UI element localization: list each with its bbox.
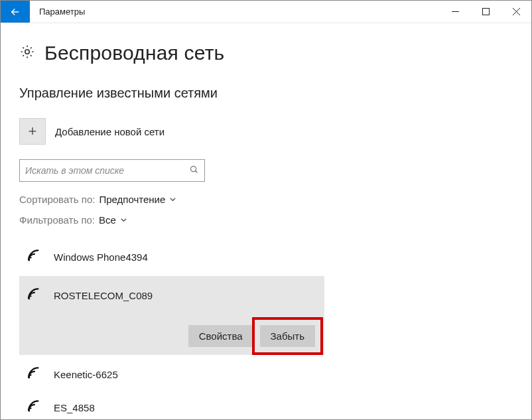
sort-value: Предпочтение xyxy=(99,194,176,205)
filter-row[interactable]: Фильтровать по: Все xyxy=(19,214,513,226)
sort-row[interactable]: Сортировать по: Предпочтение xyxy=(19,194,513,205)
properties-button[interactable]: Свойства xyxy=(188,325,253,347)
sort-value-text: Предпочтение xyxy=(99,194,165,205)
svg-point-10 xyxy=(28,410,30,412)
window-controls xyxy=(440,1,531,23)
add-network-label: Добавление новой сети xyxy=(55,126,165,137)
svg-point-4 xyxy=(25,50,29,54)
network-name: ES_4858 xyxy=(54,402,95,413)
close-button[interactable] xyxy=(501,1,531,23)
svg-point-5 xyxy=(191,166,196,171)
back-button[interactable] xyxy=(1,1,30,23)
network-item[interactable]: ES_4858 xyxy=(19,391,324,420)
svg-line-6 xyxy=(196,171,198,173)
svg-point-7 xyxy=(28,259,30,261)
search-box[interactable] xyxy=(19,159,205,182)
search-icon xyxy=(189,165,199,177)
forget-button[interactable]: Забыть xyxy=(260,325,315,347)
section-title: Управление известными сетями xyxy=(19,86,513,101)
minimize-button[interactable] xyxy=(440,1,470,23)
network-name: Keenetic-6625 xyxy=(54,369,118,380)
wifi-icon xyxy=(26,397,43,417)
filter-value: Все xyxy=(99,214,127,226)
sort-label: Сортировать по: xyxy=(19,194,95,205)
page-heading: Беспроводная сеть xyxy=(19,42,513,64)
filter-value-text: Все xyxy=(99,214,116,226)
svg-point-9 xyxy=(28,377,30,379)
wifi-icon xyxy=(26,364,43,384)
network-item[interactable]: Windows Phone4394 xyxy=(19,240,324,273)
gear-icon xyxy=(19,44,35,62)
wifi-icon xyxy=(26,285,43,305)
network-name: Windows Phone4394 xyxy=(54,251,148,263)
network-item-selected[interactable]: ROSTELECOM_C089 Свойства Забыть xyxy=(19,276,324,355)
network-actions: Свойства Забыть xyxy=(26,325,318,347)
wifi-icon xyxy=(26,247,43,267)
maximize-button[interactable] xyxy=(470,1,501,23)
plus-icon: + xyxy=(19,118,46,145)
svg-rect-1 xyxy=(482,9,489,15)
filter-label: Фильтровать по: xyxy=(19,214,95,226)
chevron-down-icon xyxy=(169,194,176,205)
network-list: Windows Phone4394 ROSTELECOM_C089 Свойст… xyxy=(19,240,324,420)
add-network-row[interactable]: + Добавление новой сети xyxy=(19,118,513,145)
content-area: Беспроводная сеть Управление известными … xyxy=(1,23,531,420)
titlebar: Параметры xyxy=(1,1,531,23)
search-input[interactable] xyxy=(25,165,189,176)
network-name: ROSTELECOM_C089 xyxy=(54,290,153,301)
window-title: Параметры xyxy=(30,1,440,23)
chevron-down-icon xyxy=(120,214,127,226)
network-item[interactable]: Keenetic-6625 xyxy=(19,358,324,391)
svg-point-8 xyxy=(28,298,30,300)
page-title: Беспроводная сеть xyxy=(44,42,224,64)
